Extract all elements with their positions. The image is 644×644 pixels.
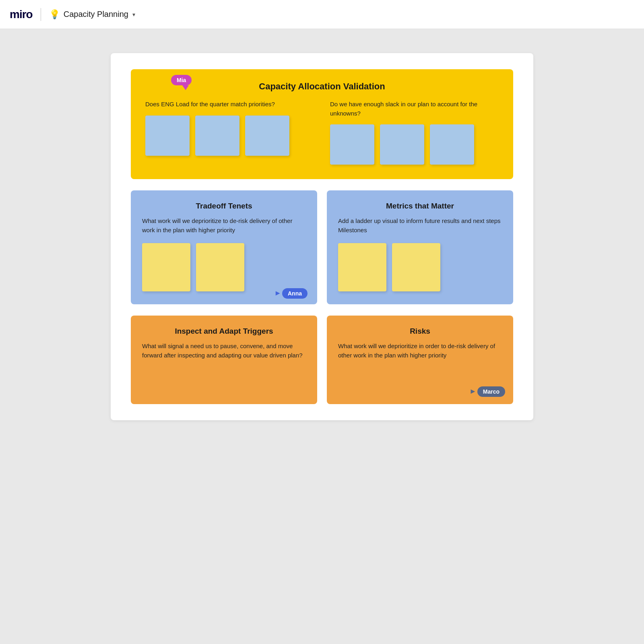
board-title-area[interactable]: 💡 Capacity Planning ▾ [49, 9, 135, 20]
metrics-matter-title: Metrics that Matter [338, 202, 502, 211]
yellow-left-label: Does ENG Load for the quarter match prio… [145, 100, 314, 109]
yellow-right-col: Do we have enough slack in our plan to a… [330, 100, 499, 165]
tradeoff-tenets-body: What work will we deprioritize to de-ris… [142, 216, 306, 235]
sticky-note-blue-4[interactable] [330, 124, 374, 165]
sticky-note-yellow-4[interactable] [392, 243, 440, 291]
risks-section: Risks What work will we deprioritize in … [327, 316, 513, 404]
cursor-marco: ► Marco [469, 386, 505, 397]
metrics-matter-section: Metrics that Matter Add a ladder up visu… [327, 190, 513, 304]
sticky-note-yellow-1[interactable] [142, 243, 190, 291]
inspect-adapt-section: Inspect and Adapt Triggers What will sig… [131, 316, 317, 404]
yellow-left-stickies [145, 116, 314, 156]
sticky-note-blue-3[interactable] [245, 116, 289, 156]
sticky-note-blue-1[interactable] [145, 116, 190, 156]
cursor-marco-label: Marco [477, 386, 505, 397]
header: miro 💡 Capacity Planning ▾ [0, 0, 644, 29]
board-title: Capacity Planning [64, 10, 128, 19]
yellow-right-label: Do we have enough slack in our plan to a… [330, 100, 499, 118]
sticky-note-blue-6[interactable] [430, 124, 474, 165]
bulb-icon: 💡 [49, 9, 60, 20]
risks-body: What work will we deprioritize in order … [338, 341, 502, 360]
inspect-adapt-title: Inspect and Adapt Triggers [142, 327, 306, 336]
yellow-two-col: Does ENG Load for the quarter match prio… [145, 100, 499, 165]
board: Mia Capacity Allocation Validation Does … [111, 53, 533, 420]
miro-logo: miro [10, 8, 33, 21]
header-divider [41, 8, 41, 21]
sticky-note-blue-2[interactable] [195, 116, 239, 156]
metrics-stickies [338, 243, 502, 291]
yellow-left-col: Does ENG Load for the quarter match prio… [145, 100, 314, 165]
yellow-right-stickies [330, 124, 499, 165]
metrics-matter-body: Add a ladder up visual to inform future … [338, 216, 502, 235]
blue-sections-row: Tradeoff Tenets What work will we deprio… [131, 190, 513, 304]
sticky-note-yellow-2[interactable] [196, 243, 244, 291]
sticky-note-yellow-3[interactable] [338, 243, 386, 291]
tradeoff-tenets-title: Tradeoff Tenets [142, 202, 306, 211]
risks-title: Risks [338, 327, 502, 336]
inspect-adapt-body: What will signal a need us to pause, con… [142, 341, 306, 360]
sticky-note-blue-5[interactable] [380, 124, 424, 165]
tradeoff-tenets-section: Tradeoff Tenets What work will we deprio… [131, 190, 317, 304]
orange-sections-row: Inspect and Adapt Triggers What will sig… [131, 316, 513, 404]
yellow-section-title: Capacity Allocation Validation [145, 81, 499, 92]
canvas-area: Mia Capacity Allocation Validation Does … [0, 29, 644, 444]
chevron-down-icon: ▾ [132, 11, 135, 18]
tradeoff-stickies [142, 243, 306, 291]
capacity-allocation-section: Mia Capacity Allocation Validation Does … [131, 69, 513, 179]
